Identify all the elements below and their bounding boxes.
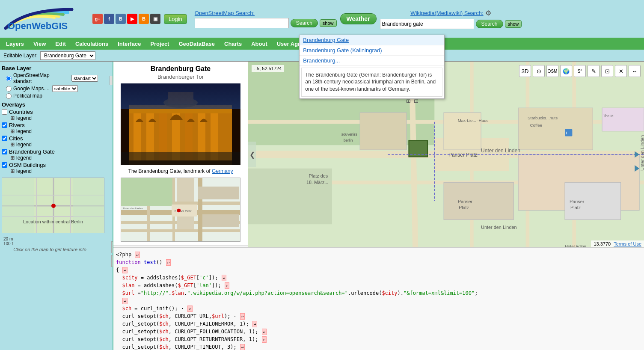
weather-button[interactable]: Weather [340, 13, 377, 24]
location-map: Pariser Platz Unter den Linden [121, 178, 240, 242]
rn-badge-5: ↵ [225, 282, 229, 289]
extra-icon[interactable]: ▣ [150, 14, 160, 24]
countries-label[interactable]: Countries [2, 109, 98, 115]
edit-button[interactable]: ✎ [588, 65, 599, 77]
overlay-osmbuildings: OSM Buildings ⊞ legend [2, 162, 98, 174]
svg-text:Pariser Platz: Pariser Platz [448, 152, 478, 158]
rn-badge-8: ↵ [187, 306, 192, 312]
gate-photo [121, 83, 240, 165]
youtube-icon[interactable]: ▶ [127, 14, 137, 24]
blogger-icon[interactable]: B [139, 14, 149, 24]
gplus-icon[interactable]: g+ [92, 14, 103, 24]
svg-rect-61 [602, 108, 644, 131]
nav-calculations[interactable]: Calculations [71, 39, 113, 49]
svg-text:Unter den Linden: Unter den Linden [640, 135, 644, 171]
osmbuildings-checkbox[interactable] [2, 162, 7, 168]
rn-badge-3: ↵ [122, 267, 127, 274]
nav-project[interactable]: Project [146, 39, 173, 49]
nav-geodatabase[interactable]: GeoDataBase [174, 39, 219, 49]
map-scroll-handle[interactable]: ❮ [248, 142, 256, 167]
osm-standart-option[interactable]: OpenStreetMap standart standart [6, 72, 98, 84]
target-button[interactable]: ⊙ [533, 65, 545, 77]
google-maps-option[interactable]: Google Maps.... satellite [6, 85, 98, 92]
map-and-info: Brandenburg Gate Brandenburger Tor [113, 62, 644, 350]
pan-tool[interactable]: ✋ [111, 241, 113, 253]
countries-legend[interactable]: ⊞ legend [10, 115, 98, 121]
3d-button[interactable]: 3D [519, 65, 531, 77]
osm-search-input[interactable] [195, 18, 289, 28]
gate-subtitle: Brandenburger Tor [113, 74, 248, 80]
rn-badge-11: ↵ [262, 329, 267, 335]
osmbuildings-label[interactable]: OSM Buildings [2, 162, 98, 168]
nav-edit[interactable]: Edit [51, 39, 70, 49]
germany-link[interactable]: Germany [212, 168, 233, 174]
code-line-7: ↵ [116, 297, 641, 305]
brandenburggate-checkbox[interactable] [2, 149, 7, 154]
settings-icon[interactable]: ⚙ [485, 9, 491, 17]
wiki-show-button[interactable]: show [505, 20, 522, 28]
facebook-icon[interactable]: f [104, 14, 114, 24]
political-map-option[interactable]: Political map [6, 93, 98, 99]
svg-text:souvenirs: souvenirs [341, 132, 358, 136]
svg-rect-35 [198, 187, 239, 199]
nav-left[interactable]: ◄ [110, 76, 113, 85]
nav-interface[interactable]: Interface [113, 39, 145, 49]
cities-label[interactable]: Cities [2, 135, 98, 142]
osmbuildings-legend[interactable]: ⊞ legend [10, 168, 98, 174]
code-panel[interactable]: <?php ↵ function test() ↵ { ↵ $city = ad… [113, 247, 644, 350]
rn-badge-12: ↵ [262, 336, 267, 343]
countries-checkbox[interactable] [2, 109, 7, 115]
wiki-search-input[interactable] [380, 19, 474, 29]
login-button[interactable]: Login [164, 14, 187, 24]
rn-badge-7: ↵ [122, 298, 127, 305]
svg-text:Platz des: Platz des [309, 173, 328, 178]
close-button[interactable]: ✕ [615, 65, 627, 77]
svg-text:18. März...: 18. März... [306, 180, 328, 185]
vk-icon[interactable]: B [116, 14, 126, 24]
cities-legend[interactable]: ⊞ legend [10, 142, 98, 148]
brandenburggate-label[interactable]: Brandenburg Gate [2, 148, 98, 155]
cities-checkbox[interactable] [2, 136, 7, 141]
editable-layer-select[interactable]: Brandenburg Gate Countries Rivers Cities [40, 51, 95, 60]
svg-rect-8 [73, 178, 104, 233]
svg-rect-47 [360, 113, 407, 150]
map-coords-display: ..5, 52.51724 [252, 65, 284, 72]
wiki-result-2[interactable]: Brandenburg Gate (Kaliningrad) [300, 45, 444, 56]
nav-layers[interactable]: Layers [2, 39, 28, 49]
box-button[interactable]: ⊡ [601, 65, 613, 77]
wiki-search-label[interactable]: Wikipedia(Mediawiki) Search: [410, 10, 484, 16]
rn-badge-10: ↵ [252, 321, 257, 328]
osm-show-button[interactable]: show [320, 19, 337, 27]
political-map-radio[interactable] [6, 93, 12, 99]
osmbuildings-legend-icon: ⊞ [10, 168, 15, 174]
svg-text:Platz: Platz [459, 205, 469, 210]
wiki-search-button[interactable]: Search [476, 20, 503, 28]
google-maps-select[interactable]: satellite [52, 85, 78, 92]
google-maps-radio[interactable] [6, 86, 12, 92]
wiki-result-1[interactable]: Brandenburg Gate [300, 35, 444, 45]
resize-button[interactable]: ↔ [629, 65, 641, 77]
osm-standart-radio[interactable] [6, 76, 12, 81]
rivers-checkbox[interactable] [2, 122, 7, 128]
gate-caption: The Brandenburg Gate, landmark of German… [113, 168, 248, 174]
osm-button[interactable]: OSM [546, 65, 558, 77]
code-line-11: curl_setopt($ch, CURLOPT_FOLLOWLOCATION,… [116, 328, 641, 335]
rivers-label[interactable]: Rivers [2, 122, 98, 128]
nav-view[interactable]: View [29, 39, 50, 49]
zoom-box-tool[interactable]: ⊡ [111, 255, 113, 267]
s-button[interactable]: S° [574, 65, 586, 77]
nav-about[interactable]: About [247, 39, 272, 49]
terms-link[interactable]: Terms of Use [614, 241, 641, 246]
nav-charts[interactable]: Charts [220, 39, 246, 49]
base-layer-title: Base Layer [2, 65, 98, 71]
osm-search-label[interactable]: OpenStreetMap Search: [195, 10, 255, 16]
wiki-result-3[interactable]: Brandenburg... [300, 56, 444, 66]
brandenburggate-legend-icon: ⊞ [10, 155, 15, 161]
brandenburggate-legend[interactable]: ⊞ legend [10, 155, 98, 161]
globe-button[interactable]: 🌍 [560, 65, 572, 77]
svg-rect-36 [177, 214, 194, 229]
rivers-legend[interactable]: ⊞ legend [10, 128, 98, 134]
svg-text:Unter den Linden: Unter den Linden [481, 225, 516, 230]
osm-standart-select[interactable]: standart [71, 75, 98, 82]
osm-search-button[interactable]: Search [291, 19, 318, 27]
